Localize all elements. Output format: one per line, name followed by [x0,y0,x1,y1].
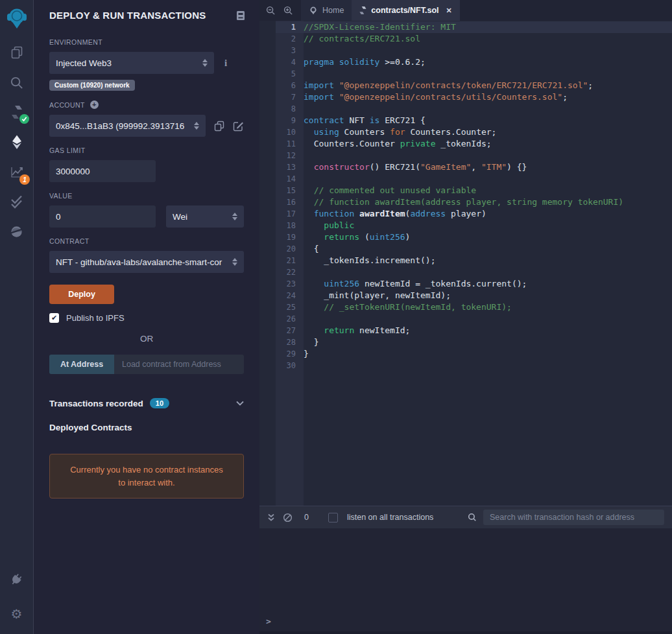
code-line[interactable]: 30 [276,360,672,371]
code-line[interactable]: 24 _mint(player, newItemId); [276,290,672,301]
zoom-in-icon[interactable] [283,6,293,16]
code-line[interactable]: 28 } [276,336,672,348]
code-line[interactable]: 26 [276,313,672,325]
line-number: 12 [276,150,304,161]
value-unit: Wei [173,212,228,222]
line-number: 15 [276,185,304,196]
line-number: 6 [276,80,304,91]
panel-title: DEPLOY & RUN TRANSACTIONS [49,10,206,21]
code-line[interactable]: 7import "@openzeppelin/contracts/utils/C… [276,91,672,103]
code-line[interactable]: 16 // function awardItem(address player,… [276,196,672,208]
code-line[interactable]: 23 uint256 newItemId = _tokenIds.current… [276,278,672,290]
account-select[interactable]: 0x845...B1aB3 (999992.3913716 [49,115,206,137]
clear-console-icon[interactable] [283,513,293,522]
analytics-icon[interactable]: 1 [0,157,33,187]
code-line[interactable]: 5 [276,68,672,80]
select-stepper-icon [232,213,237,220]
select-stepper-icon [194,122,199,130]
deploy-run-panel: DEPLOY & RUN TRANSACTIONS ENVIRONMENT In… [34,0,259,634]
gas-limit-input[interactable]: 3000000 [49,160,156,182]
transactions-recorded-row[interactable]: Transactions recorded 10 [49,398,244,408]
code-line[interactable]: 22 [276,266,672,278]
code-line[interactable]: 3 [276,45,672,56]
code-line[interactable]: 18 public [276,220,672,231]
code-line[interactable]: 20 { [276,243,672,255]
edit-account-icon[interactable] [233,121,244,132]
environment-info-icon[interactable]: i [224,58,227,69]
code-line[interactable]: 29} [276,348,672,360]
line-number: 27 [276,325,304,336]
at-address-input[interactable] [114,355,244,374]
deploy-button[interactable]: Deploy [49,285,114,304]
gas-limit-group: GAS LIMIT 3000000 [49,147,244,182]
line-number: 17 [276,208,304,220]
value-unit-select[interactable]: Wei [166,205,244,228]
terminal-prompt: > [266,616,271,626]
icon-rail: 1 ⚙ [0,0,34,634]
tab-nft-sol[interactable]: contracts/NFT.sol ✕ [352,0,459,21]
add-account-icon[interactable]: + [90,100,99,109]
main-column: Home contracts/NFT.sol ✕ 1//SPDX-License… [259,0,672,634]
line-number: 22 [276,266,304,278]
static-analysis-icon[interactable] [0,187,33,217]
line-number: 4 [276,56,304,68]
code-line[interactable]: 2// contracts/ERC721.sol [276,33,672,45]
close-tab-icon[interactable]: ✕ [446,6,452,15]
publish-ipfs-checkbox[interactable] [49,313,59,323]
code-line[interactable]: 14 [276,173,672,185]
copy-account-icon[interactable] [214,121,224,132]
code-line[interactable]: 9contract NFT is ERC721 { [276,115,672,126]
deployed-contracts-heading: Deployed Contracts [49,423,244,432]
code-line[interactable]: 15 // commented out unused variable [276,185,672,196]
zoom-out-icon[interactable] [266,6,276,16]
file-explorer-icon[interactable] [0,38,33,67]
code-line[interactable]: 10 using Counters for Counters.Counter; [276,126,672,138]
active-tab-label: contracts/NFT.sol [371,6,438,15]
code-line[interactable]: 19 returns (uint256) [276,231,672,243]
plugin-manager-icon[interactable] [0,564,33,594]
code-line[interactable]: 17 function awardItem(address player) [276,208,672,220]
at-address-button[interactable]: At Address [49,355,114,374]
line-number: 14 [276,173,304,185]
code-line[interactable]: 1//SPDX-License-Identifier: MIT [276,21,672,33]
code-editor[interactable]: 1//SPDX-License-Identifier: MIT2// contr… [259,21,672,506]
deploy-and-run-icon[interactable] [0,127,33,157]
select-stepper-icon [232,258,237,266]
settings-icon[interactable]: ⚙ [0,599,33,629]
code-line[interactable]: 13 constructor() ERC721("GameItem", "ITM… [276,161,672,173]
terminal-search-input[interactable] [483,510,664,525]
solidity-compiler-icon[interactable] [0,97,33,127]
select-stepper-icon [202,59,208,67]
code-line[interactable]: 8 [276,103,672,115]
environment-select[interactable]: Injected Web3 [49,52,214,74]
line-number: 28 [276,336,304,348]
value-input[interactable]: 0 [49,205,156,228]
account-value: 0x845...B1aB3 (999992.3913716 [56,121,190,131]
search-icon[interactable] [0,67,33,97]
pending-tx-count: 0 [304,513,309,522]
transactions-count-badge: 10 [150,398,169,408]
code-line[interactable]: 6import "@openzeppelin/contracts/token/E… [276,80,672,91]
code-line[interactable]: 25 // _setTokenURI(newItemId, tokenURI); [276,301,672,313]
line-number: 9 [276,115,304,126]
tab-home[interactable]: Home [301,0,352,21]
editor-tabbar: Home contracts/NFT.sol ✕ [259,0,672,21]
code-line[interactable]: 21 _tokenIds.increment(); [276,255,672,266]
line-number: 23 [276,278,304,290]
terminal-output[interactable]: > [259,528,672,634]
code-line[interactable]: 27 return newItemId; [276,325,672,336]
code-line[interactable]: 4pragma solidity >=0.6.2; [276,56,672,68]
contract-group: CONTRACT NFT - github/ava-labs/avalanche… [49,237,244,273]
documentation-icon[interactable] [236,10,245,21]
code-line[interactable]: 12 [276,150,672,161]
contract-select[interactable]: NFT - github/ava-labs/avalanche-smart-co… [49,251,244,273]
line-number: 5 [276,68,304,80]
chevron-down-icon[interactable] [236,401,244,406]
remix-logo-icon[interactable] [0,0,33,38]
contract-label: CONTRACT [49,237,244,245]
line-number: 3 [276,45,304,56]
code-line[interactable]: 11 Counters.Counter private _tokenIds; [276,138,672,150]
plugin-circle-icon[interactable] [0,217,33,246]
listen-transactions-checkbox[interactable] [328,513,338,522]
expand-terminal-icon[interactable] [267,513,275,522]
